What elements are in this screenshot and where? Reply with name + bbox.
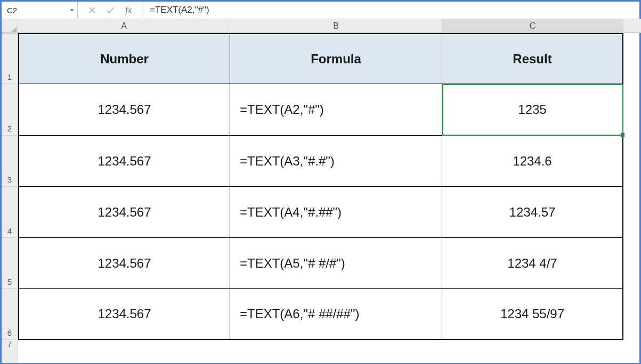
cell-B4[interactable]: =TEXT(A4,"#.##") — [230, 187, 442, 238]
sheet-cells: A B C Number Formula Result 1234.567 =TE… — [18, 19, 639, 363]
cell-B3[interactable]: =TEXT(A3,"#.#") — [230, 136, 442, 187]
cell-C6[interactable]: 1234 55/97 — [442, 289, 623, 340]
spreadsheet-grid[interactable]: 1 2 3 4 5 6 7 A B C Number Formula Resul… — [2, 19, 639, 363]
cell-C4[interactable]: 1234.57 — [442, 187, 623, 238]
row-header-6[interactable]: 6 — [2, 289, 18, 340]
col-header-C[interactable]: C — [442, 19, 623, 33]
row-header-5[interactable]: 5 — [2, 238, 18, 289]
cell-C5[interactable]: 1234 4/7 — [442, 238, 623, 289]
cell-A3[interactable]: 1234.567 — [18, 136, 230, 187]
cell-B2[interactable]: =TEXT(A2,"#") — [230, 84, 442, 136]
cell-C3[interactable]: 1234.6 — [442, 136, 623, 187]
app-window: C2 fx =TEXT(A2,"#") 1 2 3 4 5 — [0, 0, 641, 364]
col-header-B[interactable]: B — [230, 19, 442, 33]
formula-bar: C2 fx =TEXT(A2,"#") — [2, 2, 639, 19]
fx-icon[interactable]: fx — [119, 5, 137, 15]
formula-input[interactable]: =TEXT(A2,"#") — [143, 2, 639, 19]
cell-B6[interactable]: =TEXT(A6,"# ##/##") — [230, 289, 442, 340]
cell-C2[interactable]: 1235 — [442, 84, 623, 136]
formula-bar-controls: fx — [78, 2, 143, 19]
row-gutter: 1 2 3 4 5 6 7 — [2, 19, 18, 363]
cell-C1[interactable]: Result — [442, 33, 623, 84]
cell-B5[interactable]: =TEXT(A5,"# #/#") — [230, 238, 442, 289]
row-header-1[interactable]: 1 — [2, 33, 18, 84]
cell-A6[interactable]: 1234.567 — [18, 289, 230, 340]
row-header-4[interactable]: 4 — [2, 187, 18, 238]
cell-A4[interactable]: 1234.567 — [18, 187, 230, 238]
chevron-down-icon[interactable] — [70, 9, 74, 12]
cell-A2[interactable]: 1234.567 — [18, 84, 230, 136]
enter-icon[interactable] — [101, 6, 119, 14]
col-header-end — [623, 19, 641, 33]
row-header-3[interactable]: 3 — [2, 136, 18, 187]
col-header-A[interactable]: A — [18, 19, 230, 33]
cancel-icon[interactable] — [83, 6, 101, 14]
cell-B1[interactable]: Formula — [230, 33, 442, 84]
row-header-blank — [2, 19, 18, 33]
row-header-2[interactable]: 2 — [2, 84, 18, 136]
row-header-7[interactable]: 7 — [2, 340, 18, 351]
cell-A1[interactable]: Number — [18, 33, 230, 84]
cell-A5[interactable]: 1234.567 — [18, 238, 230, 289]
formula-text: =TEXT(A2,"#") — [150, 5, 209, 15]
name-box[interactable]: C2 — [2, 2, 78, 19]
name-box-text: C2 — [7, 6, 17, 15]
